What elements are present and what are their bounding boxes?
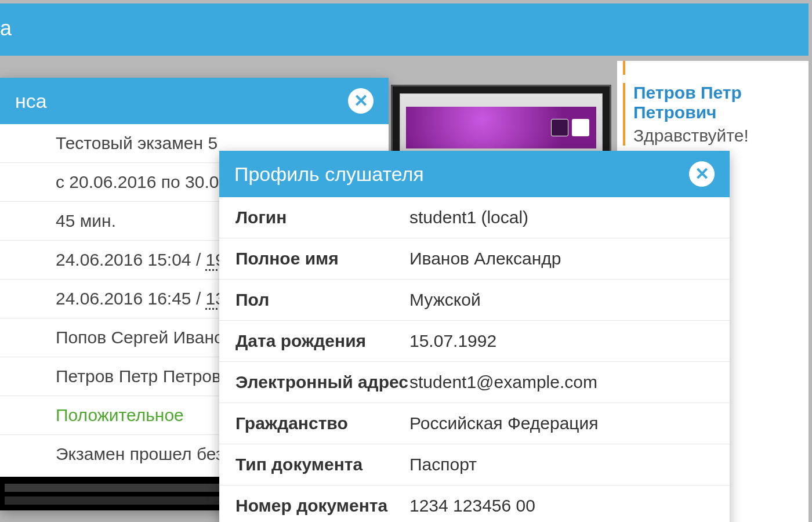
session-end-text: 24.06.2016 16:45 / (56, 289, 206, 308)
profile-label: Номер документа (235, 496, 409, 516)
profile-row-dob: Дата рождения 15.07.1992 (219, 320, 730, 361)
remote-desktop (406, 107, 596, 148)
profile-row-gender: Пол Мужской (219, 279, 730, 320)
profile-label: Гражданство (235, 414, 409, 433)
profile-value: Мужской (409, 290, 713, 310)
profile-value: Российская Федерация (409, 414, 713, 433)
profile-value: 15.07.1992 (409, 331, 713, 351)
profile-value: student1@example.com (409, 372, 713, 392)
profile-row-fullname: Полное имя Иванов Александр (219, 238, 730, 279)
close-icon[interactable]: ✕ (689, 161, 715, 187)
session-start-text: 24.06.2016 15:04 / (56, 250, 206, 269)
profile-label: Дата рождения (235, 331, 409, 351)
profile-label: Полное имя (235, 249, 409, 269)
profile-value: 1234 123456 00 (409, 496, 713, 516)
profile-label: Пол (235, 290, 409, 310)
profile-row-doc-number: Номер документа 1234 123456 00 (219, 485, 730, 522)
profile-modal-header[interactable]: Профиль слушателя ✕ (219, 151, 730, 197)
profile-row-login: Логин student1 (local) (219, 197, 730, 238)
profile-value: Паспорт (409, 455, 713, 474)
chat-divider (623, 61, 803, 75)
chat-author: Петров Петр Петрович (633, 83, 742, 122)
profile-row-doc-type: Тип документа Паспорт (219, 444, 730, 485)
profile-value: student1 (local) (409, 208, 713, 227)
screen-share-preview[interactable] (391, 85, 611, 160)
profile-row-citizenship: Гражданство Российская Федерация (219, 403, 730, 444)
profile-label: Логин (235, 208, 409, 227)
chat-message: Здравствуйте! (633, 126, 803, 146)
profile-label: Тип документа (235, 455, 409, 474)
profile-body: Логин student1 (local) Полное имя Иванов… (219, 197, 730, 522)
chat-entry: Петров Петр Петрович Здравствуйте! (623, 83, 803, 146)
remote-window-frame (400, 93, 603, 151)
session-modal-header[interactable]: нса ✕ (0, 78, 389, 124)
profile-value: Иванов Александр (409, 249, 713, 269)
app-top-bar: a (0, 3, 809, 56)
top-bar-title: a (0, 16, 12, 40)
session-modal-title: нса (15, 90, 47, 113)
profile-modal: Профиль слушателя ✕ Логин student1 (loca… (219, 151, 730, 522)
close-icon[interactable]: ✕ (348, 88, 374, 114)
desktop-icon (551, 119, 568, 136)
desktop-icon (572, 119, 589, 136)
profile-modal-title: Профиль слушателя (234, 163, 424, 186)
profile-row-email: Электронный адрес student1@example.com (219, 361, 730, 403)
profile-label: Электронный адрес (235, 372, 409, 392)
